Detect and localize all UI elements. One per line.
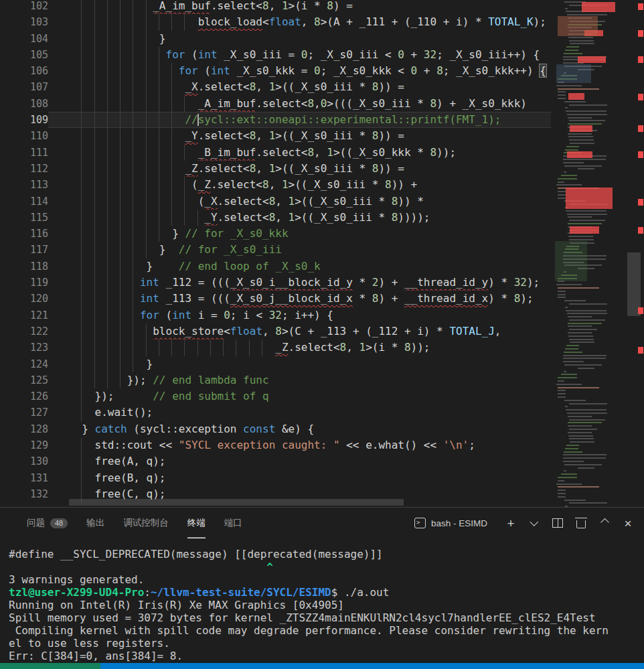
terminal-line: Spill memory used = 3072 bytes for kerne…: [9, 611, 644, 624]
code-line[interactable]: 117 } // for _X_s0_iii: [0, 242, 551, 258]
minimap-content: [555, 1, 626, 507]
code-line[interactable]: 118 } // end loop of _X_s0_k: [0, 258, 551, 275]
line-number[interactable]: 114: [0, 194, 48, 210]
horizontal-scrollbar[interactable]: [69, 499, 404, 506]
line-number[interactable]: 112: [0, 161, 48, 177]
panel-tab-1[interactable]: 输出: [86, 508, 104, 538]
code-line[interactable]: 126 }); // end submit of q: [0, 388, 551, 404]
panel-tab-3[interactable]: 终端: [187, 508, 206, 538]
trash-icon: [576, 520, 586, 528]
line-number[interactable]: 130: [0, 453, 48, 469]
code-line[interactable]: 120 int _113 = (((_X_s0_j__block_id_x * …: [0, 291, 551, 307]
line-number[interactable]: 108: [0, 96, 48, 112]
close-panel-button[interactable]: ×: [621, 516, 635, 530]
line-number[interactable]: 121: [0, 307, 48, 323]
line-number[interactable]: 131: [0, 470, 48, 486]
code-line[interactable]: 110 _Y.select<8, 1>((_X_s0_iii * 8)) =: [0, 128, 551, 144]
split-terminal-button[interactable]: [551, 516, 564, 530]
code-line[interactable]: 116 } // for _X_s0_kkk: [0, 226, 551, 242]
line-number[interactable]: 123: [0, 340, 48, 356]
line-number[interactable]: 106: [0, 63, 48, 79]
panel-tab-2[interactable]: 调试控制台: [123, 508, 169, 538]
line-number[interactable]: 116: [0, 226, 48, 242]
plus-icon: +: [507, 517, 514, 530]
new-terminal-button[interactable]: +: [504, 516, 517, 530]
code-line[interactable]: 128 } catch (sycl::exception const &e) {: [0, 421, 551, 437]
panel-tab-0[interactable]: 问题48: [27, 508, 68, 538]
terminal-icon: [414, 518, 426, 528]
kill-terminal-button[interactable]: [574, 516, 588, 530]
code-line[interactable]: 122 block_store<float, 8>(C + _113 + (_1…: [0, 323, 551, 340]
terminal-selector[interactable]: bash - ESIMD: [414, 518, 487, 528]
panel-tab-4[interactable]: 端口: [224, 508, 242, 538]
line-number[interactable]: 126: [0, 388, 48, 404]
maximize-panel-button[interactable]: [598, 516, 611, 530]
code-line[interactable]: 119 int _112 = (((_X_s0_i__block_id_y * …: [0, 275, 551, 291]
problems-count-badge: 48: [50, 518, 68, 528]
code-line[interactable]: 125 }); // end lambda func: [0, 372, 551, 388]
terminal-output[interactable]: #define __SYCL_DEPRECATED(message) [[dep…: [0, 538, 644, 662]
code-line[interactable]: 106 for (int _X_s0_kkk = 0; _X_s0_kkk < …: [0, 63, 551, 79]
terminal-line: 3 warnings generated.: [9, 573, 644, 586]
code-line[interactable]: 109 //sycl::ext::oneapi::experimental::p…: [0, 112, 551, 128]
code-line[interactable]: 102 _A_im_buf.select<8, 1>(i * 8) =: [0, 0, 551, 14]
line-number[interactable]: 105: [0, 47, 48, 63]
code-line[interactable]: 104 }: [0, 31, 551, 47]
code-line[interactable]: 107 _X.select<8, 1>((_X_s0_iii * 8)) =: [0, 79, 551, 95]
code-line[interactable]: 113 (_Z.select<8, 1>((_X_s0_iii * 8)) +: [0, 177, 551, 193]
minimap[interactable]: [551, 0, 626, 507]
code-line[interactable]: 103 block_load<float, 8>(A + _111 + (_11…: [0, 14, 551, 30]
code-line[interactable]: 121 for (int i = 0; i < 32; i++) {: [0, 307, 551, 323]
code-line[interactable]: 114 (_X.select<8, 1>((_X_s0_iii * 8)) *: [0, 194, 551, 210]
line-number[interactable]: 104: [0, 31, 48, 47]
line-number[interactable]: 122: [0, 323, 48, 340]
code-line[interactable]: 108 _A_im_buf.select<8,0>(((_X_s0_iii * …: [0, 96, 551, 112]
line-number[interactable]: 125: [0, 372, 48, 388]
code-line[interactable]: 105 for (int _X_s0_iii = 0; _X_s0_iii < …: [0, 47, 551, 63]
line-number[interactable]: 120: [0, 291, 48, 307]
terminal-line: tzl@user-X299-UD4-Pro:~/llvm-test-suite/…: [9, 586, 644, 599]
terminal-line: ^: [9, 561, 644, 573]
code-line[interactable]: 115 _Y.select<8, 1>((_X_s0_iii * 8))));: [0, 210, 551, 226]
terminal-line: el to use less registers.: [9, 637, 644, 650]
terminal-line: Running on Intel(R) Iris(R) Xe MAX Graph…: [9, 599, 644, 611]
line-number[interactable]: 127: [0, 404, 48, 421]
code-line[interactable]: 112 _Z.select<8, 1>((_X_s0_iii * 8)) =: [0, 161, 551, 177]
remote-indicator[interactable]: [0, 663, 100, 669]
status-bar-main[interactable]: [100, 663, 644, 669]
horizontal-scrollbar-thumb[interactable]: [69, 499, 404, 506]
line-number[interactable]: 110: [0, 128, 48, 144]
terminal-dropdown-button[interactable]: [528, 516, 541, 530]
vertical-scrollbar[interactable]: [626, 0, 644, 507]
line-number[interactable]: 118: [0, 258, 48, 275]
line-number[interactable]: 103: [0, 14, 48, 30]
line-number[interactable]: 111: [0, 145, 48, 161]
code-line[interactable]: 123 _Z.select<8, 1>(i * 8));: [0, 340, 551, 356]
line-number[interactable]: 115: [0, 210, 48, 226]
code-editor[interactable]: 102 _A_im_buf.select<8, 1>(i * 8) =103 b…: [0, 0, 644, 507]
line-number[interactable]: 124: [0, 356, 48, 372]
code-line[interactable]: 129 std::cout << "SYCL exception caught:…: [0, 437, 551, 453]
code-line[interactable]: 111 _B_im_buf.select<8, 1>((_X_s0_kkk * …: [0, 145, 551, 161]
code-line[interactable]: 127 e.wait();: [0, 404, 551, 421]
code-line[interactable]: 130 free(A, q);: [0, 453, 551, 469]
panel-actions: bash - ESIMD + ×: [414, 516, 635, 530]
line-number[interactable]: 119: [0, 275, 48, 291]
bottom-panel: 问题48输出调试控制台终端端口 bash - ESIMD + × #define…: [0, 507, 644, 663]
editor-lines: 102 _A_im_buf.select<8, 1>(i * 8) =103 b…: [0, 0, 551, 502]
panel-header: 问题48输出调试控制台终端端口 bash - ESIMD + ×: [0, 508, 644, 538]
line-number[interactable]: 132: [0, 486, 48, 502]
line-number[interactable]: 117: [0, 242, 48, 258]
line-number[interactable]: 109: [0, 112, 48, 128]
line-number[interactable]: 129: [0, 437, 48, 453]
vertical-scrollbar-thumb[interactable]: [627, 252, 641, 316]
terminal-line: Err: C[384]=0, ans[384]= 8.: [9, 650, 644, 662]
terminal-line: #define __SYCL_DEPRECATED(message) [[dep…: [9, 548, 644, 561]
code-line[interactable]: 124 }: [0, 356, 551, 372]
line-number[interactable]: 102: [0, 0, 48, 14]
chevron-up-icon: [600, 518, 609, 526]
line-number[interactable]: 128: [0, 421, 48, 437]
line-number[interactable]: 113: [0, 177, 48, 193]
code-line[interactable]: 131 free(B, q);: [0, 470, 551, 486]
line-number[interactable]: 107: [0, 79, 48, 95]
